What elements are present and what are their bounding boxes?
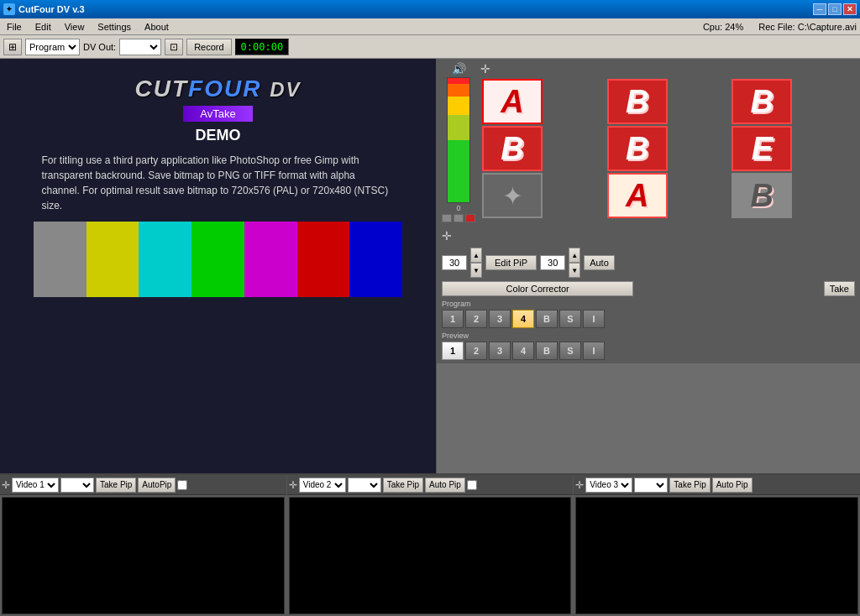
thumbnail-8[interactable]: A (607, 173, 668, 218)
dv-out-select[interactable] (119, 39, 161, 55)
panel2-source-select[interactable]: Video 2 (299, 478, 346, 493)
thumbnail-9[interactable]: B (732, 173, 792, 218)
preview-buttons: 1 2 3 4 B S I (442, 342, 855, 360)
prog-btn-B[interactable]: B (536, 310, 558, 328)
app-icon: ✦ (3, 3, 15, 15)
cpu-status: Cpu: 24% (703, 22, 743, 32)
speaker-icon: 🔊 (452, 62, 466, 76)
thumbnail-4[interactable]: B (482, 126, 543, 171)
panel1-auto-pip[interactable]: AutoPip (138, 478, 176, 493)
panel1-move-icon[interactable]: ✛ (2, 479, 10, 491)
panel3-take-pip[interactable]: Take Pip (669, 478, 710, 493)
panel-video2: ✛ Video 2 Take Pip Auto Pip (287, 475, 574, 616)
vu-ctrl-2[interactable] (454, 214, 464, 222)
vu-meter (447, 77, 470, 203)
take-button[interactable]: Take (824, 281, 855, 296)
prev-btn-I[interactable]: I (583, 342, 605, 360)
menu-file[interactable]: File (3, 21, 25, 33)
prog-btn-2[interactable]: 2 (465, 310, 487, 328)
panel3-source-select[interactable]: Video 3 (585, 478, 632, 493)
panel2-take-pip[interactable]: Take Pip (383, 478, 423, 493)
panel3-auto-pip[interactable]: Auto Pip (712, 478, 752, 493)
colorbar-green (191, 222, 244, 297)
panel3-screen (575, 497, 858, 614)
vu-red (448, 78, 469, 84)
prev-btn-B[interactable]: B (536, 342, 558, 360)
prog-btn-1[interactable]: 1 (442, 310, 464, 328)
thumbnail-1[interactable]: A (482, 79, 543, 124)
vu-green-low (448, 177, 469, 202)
program-select[interactable]: Program (25, 39, 80, 55)
vu-ctrl-3[interactable] (465, 214, 475, 222)
preview-label: Preview (442, 331, 479, 340)
minimize-button[interactable]: ─ (813, 3, 826, 15)
panel1-source-select[interactable]: Video 1 (12, 478, 59, 493)
pip-value1: 30 (442, 255, 467, 270)
panel2-move-icon[interactable]: ✛ (289, 479, 297, 491)
panel2-color-select[interactable] (348, 478, 381, 493)
panel1-checkbox[interactable] (177, 480, 187, 490)
colorbar-yellow (87, 222, 139, 297)
thumbnail-5[interactable]: B (607, 126, 668, 171)
panel-video2-header: ✛ Video 2 Take Pip Auto Pip (287, 475, 574, 495)
prog-btn-S[interactable]: S (559, 310, 581, 328)
colorbar-magenta (244, 222, 297, 297)
panel3-move-icon[interactable]: ✛ (575, 479, 584, 491)
thumbnail-3[interactable]: B (732, 79, 792, 124)
window-controls: ─ □ ✕ (813, 3, 857, 15)
rec-file-status: Rec File: C:\Capture.avi (758, 22, 857, 32)
thumbnail-move-icon[interactable]: ✛ (480, 62, 490, 76)
panel1-take-pip[interactable]: Take Pip (96, 478, 136, 493)
prev-btn-4[interactable]: 4 (512, 342, 534, 360)
pip-up-2[interactable]: ▲ (569, 248, 580, 263)
auto-button[interactable]: Auto (584, 255, 615, 270)
close-button[interactable]: ✕ (843, 3, 857, 15)
pip-section: ✛ 30 ▲ ▼ Edit PiP 30 ▲ ▼ Auto Color Corr (437, 226, 860, 363)
color-corrector-button[interactable]: Color Corrector (442, 281, 633, 296)
panel2-checkbox[interactable] (467, 480, 477, 490)
panel3-color-select[interactable] (634, 478, 668, 493)
menu-about[interactable]: About (141, 21, 172, 33)
pip-move-icon[interactable]: ✛ (442, 229, 452, 243)
pip-header: ✛ (442, 229, 855, 243)
vu-orange (448, 84, 469, 97)
pip-down-1[interactable]: ▼ (470, 263, 482, 278)
thumbnail-6[interactable]: E (732, 126, 792, 171)
record-button[interactable]: Record (186, 39, 231, 55)
thumbnail-2[interactable]: B (607, 79, 668, 124)
colorbar-blue (349, 222, 402, 297)
aspect-ratio-icon[interactable]: ⊡ (165, 39, 183, 55)
panel1-color-select[interactable] (60, 478, 94, 493)
program-buttons: 1 2 3 4 B S I (442, 310, 855, 328)
restore-button[interactable]: □ (828, 3, 842, 15)
pip-down-2[interactable]: ▼ (569, 263, 580, 278)
prog-btn-3[interactable]: 3 (489, 310, 511, 328)
toolbar: ⊞ Program DV Out: ⊡ Record 0:00:00 (0, 35, 860, 59)
menu-settings[interactable]: Settings (94, 21, 134, 33)
demo-text: For titling use a third party applicatio… (42, 153, 395, 213)
demo-title: DEMO (196, 127, 241, 144)
prev-btn-S[interactable]: S (559, 342, 581, 360)
panel-video1: ✛ Video 1 Take Pip AutoPip (0, 475, 287, 616)
toolbar-move-icon: ⊞ (3, 39, 22, 55)
preview-content: CUTFOUR DV AvTake DEMO For titling use a… (0, 59, 436, 473)
colorbar-red (297, 222, 350, 297)
main-area: CUTFOUR DV AvTake DEMO For titling use a… (0, 59, 860, 473)
colorbar-cyan (139, 222, 191, 297)
prev-btn-2[interactable]: 2 (465, 342, 487, 360)
edit-pip-button[interactable]: Edit PiP (485, 255, 537, 270)
menu-edit[interactable]: Edit (32, 21, 55, 33)
menu-view[interactable]: View (61, 21, 88, 33)
thumbnail-7[interactable]: ✦ (482, 173, 543, 218)
prev-btn-3[interactable]: 3 (489, 342, 511, 360)
bottom-panels: ✛ Video 1 Take Pip AutoPip ✛ Video 2 Tak… (0, 473, 860, 616)
panel2-auto-pip[interactable]: Auto Pip (425, 478, 465, 493)
panel2-screen (289, 497, 572, 614)
pip-up-1[interactable]: ▲ (470, 248, 482, 263)
vu-ctrl-1[interactable] (442, 214, 452, 222)
panel1-screen (2, 497, 285, 614)
thumbnail-header: ✛ (480, 62, 857, 76)
prev-btn-1[interactable]: 1 (442, 342, 464, 360)
prog-btn-4[interactable]: 4 (512, 310, 534, 328)
prog-btn-I[interactable]: I (583, 310, 605, 328)
